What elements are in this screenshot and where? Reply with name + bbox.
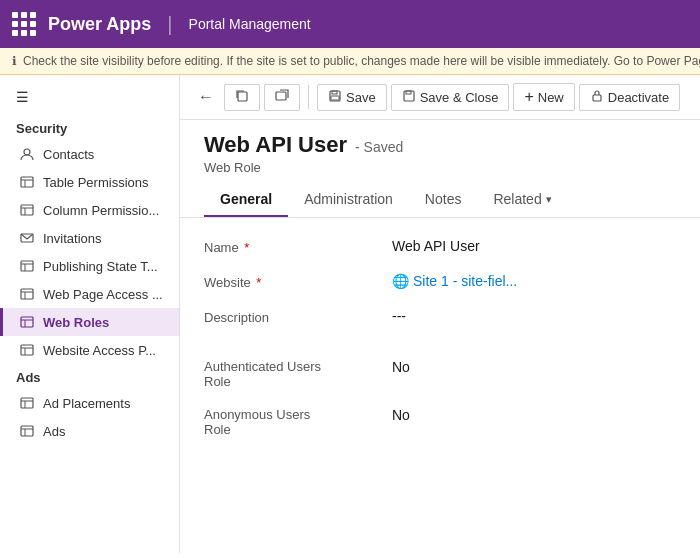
svg-rect-27 — [276, 92, 286, 100]
form-saved-status: - Saved — [355, 139, 403, 155]
copy-icon — [235, 89, 249, 106]
sidebar-item-website-access[interactable]: Website Access P... — [0, 336, 179, 364]
form-tabs: General Administration Notes Related ▾ — [180, 183, 700, 218]
svg-point-0 — [24, 149, 30, 155]
svg-rect-17 — [21, 345, 33, 355]
svg-rect-29 — [332, 91, 337, 94]
svg-rect-30 — [331, 96, 339, 100]
save-icon — [328, 89, 342, 106]
svg-rect-11 — [21, 289, 33, 299]
content-area: ← Save Save — [180, 75, 700, 553]
svg-rect-32 — [406, 91, 411, 94]
sidebar-item-ad-placements-label: Ad Placements — [43, 396, 130, 411]
svg-rect-4 — [21, 205, 33, 215]
field-label-description: Description — [204, 308, 384, 325]
form-body: Name * Web API User Website * 🌐 Site 1 -… — [180, 218, 700, 475]
website-link-text: Site 1 - site-fiel... — [413, 273, 517, 289]
sidebar-item-publishing-state-label: Publishing State T... — [43, 259, 158, 274]
svg-rect-26 — [238, 92, 247, 101]
sidebar-item-ads-label: Ads — [43, 424, 65, 439]
svg-rect-1 — [21, 177, 33, 187]
save-close-icon — [402, 89, 416, 106]
new-button[interactable]: + New — [513, 83, 574, 111]
ad-placements-icon — [19, 395, 35, 411]
sidebar: ☰ Security Contacts Table Permissions Co… — [0, 75, 180, 553]
window-button[interactable] — [264, 84, 300, 111]
deactivate-icon — [590, 89, 604, 106]
warning-bar: ℹ Check the site visibility before editi… — [0, 48, 700, 75]
copy-button[interactable] — [224, 84, 260, 111]
tab-related-label: Related — [493, 191, 541, 207]
sidebar-item-contacts[interactable]: Contacts — [0, 140, 179, 168]
website-access-icon — [19, 342, 35, 358]
app-name: Power Apps — [48, 14, 151, 35]
field-value-description: --- — [392, 308, 406, 324]
toolbar-separator — [308, 85, 309, 109]
field-row-website: Website * 🌐 Site 1 - site-fiel... — [204, 273, 676, 290]
sidebar-item-table-permissions[interactable]: Table Permissions — [0, 168, 179, 196]
sidebar-item-website-access-label: Website Access P... — [43, 343, 156, 358]
tab-related[interactable]: Related ▾ — [477, 183, 567, 217]
field-label-website: Website * — [204, 273, 384, 290]
sidebar-item-web-page-access-label: Web Page Access ... — [43, 287, 163, 302]
field-label-name: Name * — [204, 238, 384, 255]
top-bar-divider: | — [167, 13, 172, 36]
sidebar-item-ads[interactable]: Ads — [0, 417, 179, 445]
deactivate-button[interactable]: Deactivate — [579, 84, 680, 111]
field-label-authenticated: Authenticated UsersRole — [204, 359, 384, 389]
portal-name: Portal Management — [189, 16, 311, 32]
table-permissions-icon — [19, 174, 35, 190]
sidebar-item-publishing-state[interactable]: Publishing State T... — [0, 252, 179, 280]
column-permissions-icon — [19, 202, 35, 218]
save-close-button[interactable]: Save & Close — [391, 84, 510, 111]
svg-rect-23 — [21, 426, 33, 436]
save-button[interactable]: Save — [317, 84, 387, 111]
sidebar-section-ads: Ads — [0, 364, 179, 389]
ads-icon — [19, 423, 35, 439]
save-label: Save — [346, 90, 376, 105]
sidebar-item-column-permissions-label: Column Permissio... — [43, 203, 159, 218]
field-value-authenticated: No — [392, 359, 410, 375]
warning-icon: ℹ — [12, 54, 17, 68]
save-close-label: Save & Close — [420, 90, 499, 105]
sidebar-item-contacts-label: Contacts — [43, 147, 94, 162]
invitations-icon — [19, 230, 35, 246]
tab-notes[interactable]: Notes — [409, 183, 478, 217]
sidebar-item-web-roles[interactable]: Web Roles — [0, 308, 179, 336]
field-row-description: Description --- — [204, 308, 676, 325]
form-title: Web API User — [204, 132, 347, 158]
tab-administration-label: Administration — [304, 191, 393, 207]
app-grid-icon[interactable] — [12, 12, 36, 36]
form-header: Web API User - Saved Web Role — [180, 120, 700, 175]
publishing-state-icon — [19, 258, 35, 274]
field-label-anonymous: Anonymous UsersRole — [204, 407, 384, 437]
hamburger-button[interactable]: ☰ — [0, 83, 179, 115]
sidebar-item-column-permissions[interactable]: Column Permissio... — [0, 196, 179, 224]
sidebar-item-invitations-label: Invitations — [43, 231, 102, 246]
warning-text: Check the site visibility before editing… — [23, 54, 700, 68]
globe-icon: 🌐 — [392, 273, 409, 289]
field-value-name: Web API User — [392, 238, 480, 254]
svg-rect-8 — [21, 261, 33, 271]
svg-rect-33 — [593, 95, 601, 101]
web-page-access-icon — [19, 286, 35, 302]
new-label: New — [538, 90, 564, 105]
sidebar-item-invitations[interactable]: Invitations — [0, 224, 179, 252]
sidebar-item-web-roles-label: Web Roles — [43, 315, 109, 330]
tab-notes-label: Notes — [425, 191, 462, 207]
svg-rect-14 — [21, 317, 33, 327]
field-value-website[interactable]: 🌐 Site 1 - site-fiel... — [392, 273, 517, 289]
sidebar-item-table-permissions-label: Table Permissions — [43, 175, 149, 190]
tab-general[interactable]: General — [204, 183, 288, 217]
form-subtitle: Web Role — [204, 160, 676, 175]
back-button[interactable]: ← — [192, 84, 220, 110]
toolbar: ← Save Save — [180, 75, 700, 120]
field-row-authenticated: Authenticated UsersRole No — [204, 359, 676, 389]
tab-administration[interactable]: Administration — [288, 183, 409, 217]
sidebar-item-web-page-access[interactable]: Web Page Access ... — [0, 280, 179, 308]
main-layout: ☰ Security Contacts Table Permissions Co… — [0, 75, 700, 553]
required-asterisk-website: * — [253, 275, 262, 290]
field-value-anonymous: No — [392, 407, 410, 423]
contacts-icon — [19, 146, 35, 162]
sidebar-item-ad-placements[interactable]: Ad Placements — [0, 389, 179, 417]
